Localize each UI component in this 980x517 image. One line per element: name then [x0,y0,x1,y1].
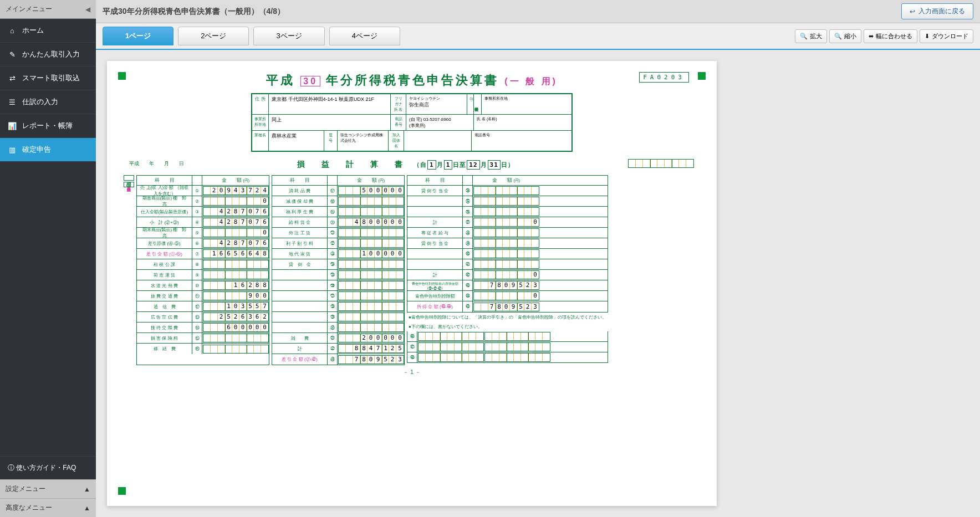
sidebar-header-label: メインメニュー [6,4,52,14]
sidebar-item-smart-import[interactable]: ⇄スマート取引取込 [0,66,96,90]
pl-row: 所 得 金 額 (㊸-㊹)㊺7809523 [407,301,608,312]
biz-loc-value: 同上 [269,115,391,130]
home-icon: ⌂ [8,26,17,35]
doc-header: 平成 30 年分所得税青色申告決算書 (一 般 用) [124,72,700,89]
office-code-strip [628,159,694,168]
pl-row: 荷 造 運 賃⑨ [137,270,269,280]
pl-row: 計㊲0 [407,217,608,228]
document-area[interactable]: FA0203 平成 30 年分所得税青色申告決算書 (一 般 用) 住 所 東京… [96,50,980,517]
pl-row: 給 料 賃 金⑳4800000 [272,217,404,228]
pl-row: 差 引 金 額 (①-⑥)⑦16656648 [137,249,269,259]
pl-row: ㉘ [272,301,404,312]
pl-row: ㉙ [272,312,404,323]
note-1: ●青色申告特別控除については、「決算の手引き」の「青色申告特別控除」の項を読んで… [407,313,608,322]
sidebar: メインメニュー ◀ ⌂ホーム ✎かんたん取引入力 ⇄スマート取引取込 ☰仕訳の入… [0,0,96,517]
pl-row: 雑 費㉛200000 [272,333,404,344]
tabs: 1ページ 2ページ 3ページ 4ページ [103,27,400,45]
pl-row: 仕入金額(製品製造原価)③4287076 [137,207,269,217]
sidebar-item-home[interactable]: ⌂ホーム [0,19,96,43]
pl-row: ㉟ [407,196,608,207]
fit-icon: ⬌ [869,33,874,40]
pl-row: 旅 費 交 通 費⑪900 [137,291,269,301]
year-box: 30 [300,76,320,86]
return-icon: ↩ [910,8,915,16]
pl-row: 外 注 工 賃㉑ [272,228,404,238]
pl-row: 貸 倒 金㉔ [272,259,404,270]
pl-row: 消 耗 品 費⑰500000 [272,186,404,196]
sidebar-item-journal[interactable]: ☰仕訳の入力 [0,90,96,114]
pl-row: ㉖ [272,280,404,291]
pl-row: 利 子 割 引 料㉒ [272,238,404,249]
reserved-rows: ㊻㊼㊽ [407,331,608,363]
pl-row: 青色申告特別控除前の所得金額 (㉝+㊲-㊷)㊸7809523 [407,280,608,291]
toolbar: 1ページ 2ページ 3ページ 4ページ 🔍拡大 🔍縮小 ⬌幅に合わせる ⬇ダウン… [96,23,980,50]
corner-mark [118,487,126,495]
collapse-icon[interactable]: ◀ [85,6,90,13]
document: FA0203 平成 30 年分所得税青色申告決算書 (一 般 用) 住 所 東京… [107,61,717,506]
pencil-icon: ✎ [8,50,17,59]
sidebar-settings[interactable]: 設定メニュー▲ [0,479,96,498]
pl-row: 損 害 保 険 料⑮ [137,333,269,344]
pl-row: 水 道 光 熱 費⑩16288 [137,280,269,291]
tab-page3[interactable]: 3ページ [253,27,324,45]
pl-row: 期末商品(製品) 棚 卸 高⑤0 [137,228,269,238]
sidebar-item-tax[interactable]: ▥確定申告 [0,138,96,162]
pl-row: 修 繕 費⑯ [137,344,269,354]
pl-row: 通 信 費⑫103557 [137,301,269,312]
chart-icon: 📊 [8,121,17,130]
pl-row: 減 価 償 却 費⑱ [272,196,404,207]
pl-row: 租 税 公 課⑧ [137,259,269,270]
dates-row: 平成 年 月 日 損 益 計 算 書 （自1月1日至12月31日） [124,155,700,172]
pl-row: 計㉜8847125 [272,344,404,354]
topbar: 平成30年分所得税青色申告決算書（一般用）（4/8） ↩入力画面に戻る [96,0,980,23]
sidebar-item-reports[interactable]: 📊レポート・帳簿 [0,114,96,138]
pl-row: 福 利 厚 生 費⑲ [272,207,404,217]
name-value: 弥生商店 [409,101,464,109]
tab-page4[interactable]: 4ページ [329,27,400,45]
fit-width-button[interactable]: ⬌幅に合わせる [864,29,917,43]
pl-row: 差 引 金 額 (⑦-㉜)㉝7809523 [272,354,404,365]
pl-row: 貸 倒 引 当 金㉞ [407,186,608,196]
pl-row: ㊱ [407,207,608,217]
tab-page1[interactable]: 1ページ [103,27,173,45]
tab-page2[interactable]: 2ページ [178,27,249,45]
sidebar-header[interactable]: メインメニュー ◀ [0,0,96,19]
pl-row: 専 従 者 給 与㊳ [407,228,608,238]
page-title: 平成30年分所得税青色申告決算書（一般用）（4/8） [103,7,285,17]
zoom-out-button[interactable]: 🔍縮小 [829,29,861,43]
pl-row: 接 待 交 際 費⑭600000 [137,323,269,333]
corner-mark [698,72,706,80]
journal-icon: ☰ [8,98,17,106]
pl-row: ㊵ [407,249,608,259]
sidebar-help[interactable]: ⓘ 使い方ガイド・FAQ [0,456,96,479]
form-code: FA0203 [639,72,689,83]
pl-row: ㉗ [272,291,404,301]
pl-row: ㉚ [272,323,404,333]
import-icon: ⇄ [8,74,17,83]
chevron-up-icon: ▲ [84,504,90,512]
sidebar-item-easy-entry[interactable]: ✎かんたん取引入力 [0,43,96,66]
zoom-in-icon: 🔍 [800,33,808,40]
zoom-in-button[interactable]: 🔍拡大 [795,29,827,43]
back-button[interactable]: ↩入力画面に戻る [901,3,973,19]
address-value: 東京都 千代田区外神田4-14-1 秋葉原UDX 21F [269,94,391,114]
submit-label: 提出用 [124,175,134,181]
pl-row: 青色申告特別控除額㊹0 [407,291,608,301]
pl-column-2: 科 目金 額 (円)消 耗 品 費⑰500000減 価 償 却 費⑱福 利 厚 … [272,175,405,365]
pl-row: 差引原価 (④-⑤)⑥4287076 [137,238,269,249]
chevron-up-icon: ▲ [84,485,90,493]
doc-page-number: － 1 － [124,368,700,376]
filing-date: 平成 年 月 日 [129,160,184,167]
phone-value: 03-5207-8960 [423,117,451,122]
main: 平成30年分所得税青色申告決算書（一般用）（4/8） ↩入力画面に戻る 1ページ… [96,0,980,517]
pl-row: 計㊷0 [407,270,608,280]
pl-row: 地 代 家 賃㉓100000 [272,249,404,259]
biz-type-value: 農林水産業 [269,131,324,151]
pl-row: ㉕ [272,270,404,280]
sidebar-advanced[interactable]: 高度なメニュー▲ [0,498,96,517]
download-button[interactable]: ⬇ダウンロード [920,29,973,43]
taxpayer-info: 住 所 東京都 千代田区外神田4-14-1 秋葉原UDX 21F フリガナ氏 名… [251,93,573,152]
tax-icon: ▥ [8,145,17,154]
pl-row: 貸 倒 引 当 金㊴ [407,238,608,249]
note-2: ●下の欄には、書かないでください。 [407,322,608,331]
